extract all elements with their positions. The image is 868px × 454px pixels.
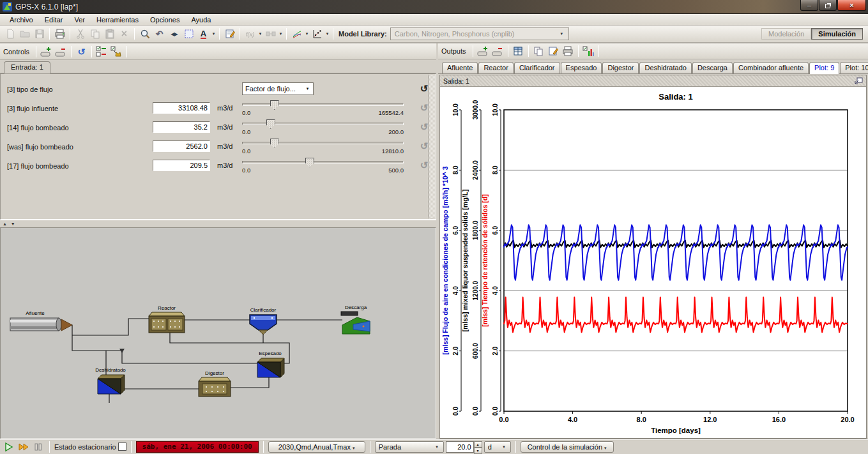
zoom-icon[interactable] (137, 27, 152, 41)
slider-thumb[interactable] (305, 158, 314, 167)
flujo-bombeado-was-slider[interactable]: 0.0 12810.0 (242, 137, 404, 156)
plot-window: Salida: 1 Salida: 10.02.04.06.08.010.0[m… (439, 75, 867, 439)
time-series-chart[interactable]: Salida: 10.02.04.06.08.010.0[mlss] Flujo… (440, 87, 866, 437)
diagram-node-clarificador[interactable]: Clarificador (250, 307, 277, 335)
restore-button[interactable] (819, 0, 837, 11)
reset-controls-icon[interactable]: ↺ (74, 45, 89, 59)
slider-thumb[interactable] (270, 139, 279, 148)
diagram-node-digestor[interactable]: Digestor (199, 370, 231, 397)
fast-forward-icon[interactable] (17, 441, 30, 453)
fx-dropdown-arrow[interactable]: ▾ (257, 31, 263, 36)
slider-track[interactable] (242, 161, 404, 163)
tab-plot-9[interactable]: Plot: 9 (809, 62, 839, 74)
menu-ver[interactable]: Ver (68, 15, 91, 24)
diagram-node-reactor[interactable]: Reactor (149, 305, 185, 333)
tab-plot-10[interactable]: Plot: 10 (840, 62, 868, 73)
line-chart-icon[interactable] (289, 27, 304, 41)
diagram-node-afluente[interactable]: Afluente (10, 310, 72, 331)
remove-control-icon[interactable] (54, 45, 68, 59)
splitter-handle-icon[interactable]: ▲ ▼ (3, 222, 17, 226)
undo-icon[interactable]: ↶ (152, 27, 167, 41)
steady-state-checkbox[interactable] (118, 443, 126, 451)
slider-track[interactable] (242, 103, 404, 106)
close-button[interactable]: × (837, 0, 866, 11)
duration-spinner[interactable]: ▴ ▾ (446, 441, 482, 453)
spinner-up-icon[interactable]: ▴ (474, 441, 482, 448)
flujo-bombeado-14-slider[interactable]: 0.0 200.0 (242, 117, 404, 137)
layout-table-icon[interactable] (511, 44, 526, 58)
link-icon[interactable] (263, 27, 278, 41)
font-color-dropdown-arrow[interactable]: ▾ (211, 31, 217, 36)
duration-unit-dropdown[interactable]: d ▾ (484, 441, 511, 453)
open-file-icon[interactable] (17, 27, 32, 41)
tab-descarga[interactable]: Descarga (692, 62, 733, 73)
remove-output-icon[interactable] (491, 44, 505, 58)
tab-espesado[interactable]: Espesado (561, 62, 602, 73)
tab-digestor[interactable]: Digestor (602, 62, 639, 73)
navigate-icon[interactable]: ◀▶ (167, 27, 181, 41)
delete-icon[interactable]: × (117, 27, 132, 41)
slider-thumb[interactable] (266, 119, 275, 129)
tab-clarificador[interactable]: Clarificador (514, 62, 560, 73)
edit-output-icon[interactable] (546, 44, 561, 58)
stop-condition-dropdown[interactable]: Parada ▾ (375, 441, 444, 453)
menu-ayuda[interactable]: Ayuda (185, 15, 217, 24)
edit-note-icon[interactable] (222, 27, 237, 41)
flujo-bombeado-14-input[interactable] (153, 121, 210, 133)
model-library-combo[interactable]: Carbon, Nitrogen, Phosphorus (cnplib) ▾ (390, 27, 569, 40)
slider-thumb[interactable] (270, 100, 279, 110)
print-icon[interactable] (52, 27, 67, 41)
run-simulation-icon[interactable] (3, 441, 15, 453)
detach-window-icon[interactable] (855, 77, 863, 84)
flujo-influente-slider[interactable]: 0.0 165542.4 (242, 98, 404, 117)
simulation-control-button[interactable]: Control de la simulación ▾ (521, 441, 614, 453)
add-control-icon[interactable] (39, 45, 54, 59)
fx-icon[interactable]: f(x) (243, 27, 257, 41)
menu-archivo[interactable]: Archivo (4, 15, 39, 24)
simulacion-button[interactable]: Simulación (811, 28, 863, 40)
control-wizard-icon[interactable] (109, 45, 124, 59)
flujo-bombeado-was-input[interactable] (153, 140, 210, 152)
new-file-icon[interactable] (3, 27, 17, 41)
slider-track[interactable] (242, 142, 404, 144)
minimize-button[interactable]: – (800, 0, 818, 11)
tab-afluente[interactable]: Afluente (442, 62, 478, 73)
copy-output-icon[interactable] (531, 44, 546, 58)
panel-splitter[interactable]: ▲ ▼ (0, 220, 436, 227)
graph-wizard-icon[interactable] (581, 44, 596, 58)
tab-reactor[interactable]: Reactor (478, 62, 514, 73)
pause-icon[interactable] (32, 441, 45, 453)
save-icon[interactable] (32, 27, 47, 41)
grid-icon[interactable] (181, 27, 196, 41)
print-output-icon[interactable] (561, 44, 575, 58)
diagram-node-descarga[interactable]: Descarga (341, 305, 370, 334)
flujo-influente-input[interactable] (153, 102, 210, 114)
assign-controls-icon[interactable] (95, 45, 109, 59)
duration-input[interactable] (446, 441, 474, 453)
font-color-icon[interactable]: A (196, 27, 211, 41)
tab-entrada-1[interactable]: Entrada: 1 (4, 61, 50, 73)
cut-icon[interactable] (73, 27, 88, 41)
scatter-chart-dropdown-arrow[interactable]: ▾ (324, 31, 330, 36)
scenario-dropdown-button[interactable]: 2030,Qmd,Anual,Tmax ▾ (268, 441, 365, 453)
flow-type-dropdown[interactable]: Factor de flujo... ▾ (242, 82, 314, 95)
copy-icon[interactable] (88, 27, 102, 41)
menu-editar[interactable]: Editar (39, 15, 69, 24)
controls-scrollbar[interactable] (428, 75, 435, 218)
scatter-chart-icon[interactable] (310, 27, 324, 41)
menu-opciones[interactable]: Opciones (144, 15, 185, 24)
outputs-tab-row: Afluente Reactor Clarificador Espesado D… (438, 59, 868, 74)
tab-deshidratado[interactable]: Deshidratado (639, 62, 691, 73)
link-dropdown-arrow[interactable]: ▾ (278, 31, 284, 36)
line-chart-dropdown-arrow[interactable]: ▾ (304, 31, 310, 36)
modelacion-button[interactable]: Modelación (761, 28, 811, 40)
tab-combinador-afluente[interactable]: Combinador afluente (733, 62, 809, 73)
menu-herramientas[interactable]: Herramientas (91, 15, 144, 24)
add-output-icon[interactable] (476, 44, 491, 58)
flujo-bombeado-17-slider[interactable]: 0.0 500.0 (242, 156, 404, 175)
paste-icon[interactable] (102, 27, 117, 41)
flujo-bombeado-17-input[interactable] (153, 160, 210, 171)
diagram-node-deshidratado[interactable]: Deshidratado (95, 367, 126, 394)
diagram-node-espesado[interactable]: Espesado (257, 351, 284, 377)
spinner-down-icon[interactable]: ▾ (474, 448, 482, 454)
